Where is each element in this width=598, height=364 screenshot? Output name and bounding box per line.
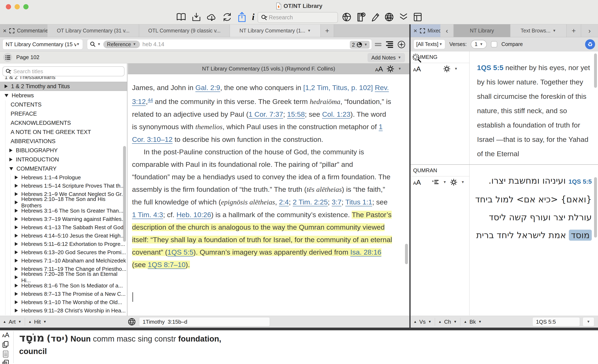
scripture-link[interactable]: 44	[148, 97, 153, 103]
add-notes-button[interactable]: Add Notes ▼	[367, 53, 405, 62]
expand-arrow-icon[interactable]	[15, 176, 18, 179]
sidebar-item[interactable]: 1 & 2 Thessalonians	[0, 76, 127, 82]
chevron-down-icon[interactable]: ▼	[398, 67, 401, 71]
sidebar-item[interactable]: Hebrews 6:13–20 God Secures the Promi...	[0, 248, 127, 257]
collapse-arrow-icon[interactable]	[5, 94, 8, 97]
expand-arrow-icon[interactable]	[15, 300, 18, 304]
reference-dropdown-button[interactable]: ▼	[583, 317, 594, 326]
info-icon[interactable]: i	[252, 12, 254, 22]
sync-recycle-button[interactable]: ♻	[585, 39, 595, 49]
up-arrow-icon[interactable]: ▲	[414, 320, 417, 324]
verse-reference[interactable]: 1QS 5:5	[477, 64, 505, 72]
expand-arrow-icon[interactable]	[5, 84, 8, 88]
scripture-link[interactable]: 1QS 8:7–10	[148, 261, 185, 268]
scripture-link[interactable]: 1 Cor. 7:37	[249, 110, 283, 118]
gear-icon[interactable]	[450, 179, 457, 186]
qumran-scrollbar[interactable]	[594, 177, 597, 238]
scripture-link[interactable]: Gal. 2:9	[195, 84, 220, 91]
tab-dropdown-icon[interactable]: ▼	[307, 29, 311, 33]
font-size-button[interactable]: AA	[2, 331, 9, 339]
sidebar-item[interactable]: Hebrews	[0, 91, 127, 100]
import-icon[interactable]	[191, 12, 201, 22]
collapse-arrow-icon[interactable]	[9, 167, 13, 170]
verse-reference[interactable]: 1QS 5:5	[568, 178, 592, 185]
search-query[interactable]: heb 4.14	[142, 41, 164, 48]
up-arrow-icon[interactable]: ▲	[438, 320, 442, 324]
sidebar-item[interactable]: Hebrews 5:11–6:12 Exhortation to Progre.…	[0, 240, 127, 248]
down-arrow-icon[interactable]: ▼	[18, 320, 21, 324]
scripture-link[interactable]: Isa. 28:16	[350, 248, 381, 256]
sync-icon[interactable]	[222, 12, 232, 22]
scripture-link[interactable]: 15:58	[287, 110, 305, 118]
research-field[interactable]: Research	[257, 12, 338, 23]
globe-icon[interactable]	[128, 318, 136, 326]
clipboard-icon[interactable]	[2, 350, 9, 357]
scripture-link[interactable]: [1,2 Tim, Titus, p. 102]	[303, 84, 373, 91]
module-label[interactable]: QUMRAN	[411, 165, 469, 176]
expand-arrow-icon[interactable]	[15, 251, 18, 254]
verse-stepper[interactable]: ▲ Vs ▼	[414, 319, 432, 325]
expand-arrow-icon[interactable]	[9, 148, 12, 152]
selected-hebrew-word[interactable]: מוסד	[569, 230, 592, 241]
scripture-link[interactable]: 1 Tim. 4:3	[132, 211, 163, 218]
sidebar-item[interactable]: INTRODUCTION	[0, 155, 127, 164]
expand-arrow-icon[interactable]	[15, 292, 18, 296]
tab-nt-library-commentary[interactable]: NT Library Commentary (1... ▼	[230, 24, 321, 37]
sidebar-item[interactable]: Hebrews 4:1–13 The Sabbath Rest of God	[0, 223, 127, 232]
search-icon[interactable]	[90, 41, 96, 48]
sidebar-item[interactable]: Hebrews 8:7–13 The Promise of a New C...	[0, 290, 127, 298]
current-reference-field[interactable]: 1Timothy 3:15b–d	[139, 317, 270, 326]
tab-scroll-right-button[interactable]: ›	[581, 24, 598, 37]
sidebar-item[interactable]: Hebrews 7:20–28 The Son Is an Eternal Hi…	[0, 273, 127, 281]
library-book-icon[interactable]	[176, 13, 186, 21]
copy-icon[interactable]	[2, 341, 9, 348]
sidebar-scrollbar[interactable]	[123, 146, 126, 242]
font-size-button[interactable]: AA	[413, 65, 421, 73]
chevron-down-icon[interactable]: ▼	[443, 180, 446, 184]
expand-arrow-icon[interactable]	[15, 209, 18, 213]
sidebar-item[interactable]: ABBREVIATIONS	[0, 137, 127, 146]
scripture-link[interactable]: Titus 1:1	[345, 198, 372, 206]
add-tab-button[interactable]: +	[321, 24, 334, 37]
chevron-down-icon[interactable]: ▼	[553, 29, 556, 33]
expand-zone-icon[interactable]	[420, 28, 425, 33]
tab-text-browser[interactable]: Text Brows... ▼	[510, 24, 566, 37]
add-circle-icon[interactable]	[397, 40, 406, 49]
down-arrow-icon[interactable]: ▼	[43, 320, 47, 324]
table-icon[interactable]	[413, 12, 422, 22]
contents-outline-icon[interactable]	[386, 40, 394, 49]
sidebar-item[interactable]: PREFACE	[0, 109, 127, 118]
compare-checkbox[interactable]	[491, 41, 497, 48]
sidebar-item[interactable]: Hebrews 9:11–28 Christ’s Worship in Hea.…	[0, 306, 127, 315]
search-mode-pill[interactable]: Reference ▼	[103, 40, 140, 48]
expand-arrow-icon[interactable]	[15, 242, 18, 246]
scripture-link[interactable]: Col. 1:23	[322, 110, 350, 118]
sidebar-item[interactable]: Hebrews 8:1–6 The Son Is Mediator of a..…	[0, 281, 127, 290]
tab-scroll-left-button[interactable]: ‹	[440, 24, 454, 37]
timeline-library-icon[interactable]	[357, 12, 366, 22]
sidebar-item[interactable]: ACKNOWLEDGMENTS	[0, 118, 127, 128]
stack-layers-icon[interactable]	[399, 12, 408, 22]
close-zone-icon[interactable]: ×	[414, 28, 417, 34]
qumeng-scrollbar[interactable]	[594, 53, 597, 88]
web-globe-icon[interactable]: www	[384, 12, 394, 22]
expand-zone-icon[interactable]	[9, 28, 15, 33]
tab-ot-library-commentary[interactable]: OT Library Commentary (31 v...	[48, 24, 139, 37]
sidebar-item[interactable]: Hebrews 1:5–14 Scripture Proves That th.…	[0, 182, 127, 190]
down-arrow-icon[interactable]: ▼	[454, 320, 457, 324]
close-zone-icon[interactable]: ×	[3, 28, 7, 34]
browser-reference-field[interactable]: 1QS 5:5	[532, 317, 580, 326]
hits-pill[interactable]: 2 ▼	[350, 41, 370, 49]
sidebar-item[interactable]: 1 & 2 Timothy and Titus	[0, 82, 127, 91]
expand-arrow-icon[interactable]	[15, 309, 18, 312]
scripture-link[interactable]: 1QS 5:5	[167, 248, 193, 256]
chevron-down-icon[interactable]: ▼	[461, 180, 465, 184]
texts-dropdown[interactable]: [All Texts] ▼	[414, 40, 445, 49]
expand-arrow-icon[interactable]	[15, 259, 18, 262]
expand-arrow-icon[interactable]	[15, 226, 18, 229]
sidebar-item[interactable]: Hebrews 2:10–18 The Son and His Brothers	[0, 198, 127, 207]
scripture-link[interactable]: 2:4	[279, 198, 289, 206]
expand-arrow-icon[interactable]	[15, 192, 18, 196]
down-arrow-icon[interactable]: ▼	[478, 320, 482, 324]
expand-arrow-icon[interactable]	[15, 217, 18, 221]
